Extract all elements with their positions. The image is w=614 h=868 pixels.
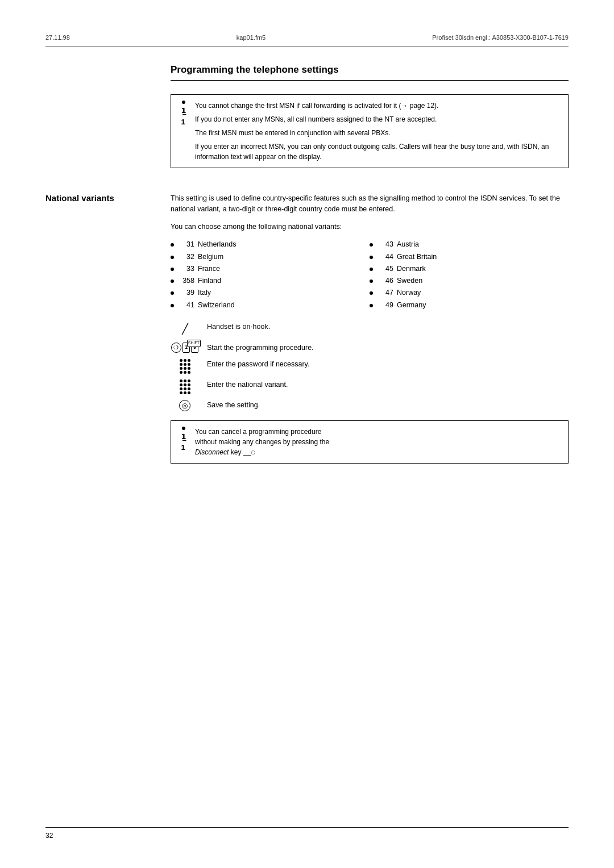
note-content-1: You cannot change the first MSN if call …: [195, 101, 561, 162]
disconnect-symbol: ⎯⎯◯: [243, 449, 255, 456]
key-combo-icon-container: ❍ 1 9 SHIFT: [171, 343, 199, 353]
variant-item-right: 47 Norway: [370, 287, 569, 299]
keypad-icon-container-1: [171, 359, 199, 374]
header-file: kap01.fm5: [237, 34, 265, 41]
footer: 32: [45, 827, 569, 840]
variant-item-left: 31 Netherlands: [171, 239, 370, 251]
title-rule: [171, 80, 569, 81]
header-date: 27.11.98: [45, 34, 70, 41]
note-box-1: 1̲1 You cannot change the first MSN if c…: [171, 94, 569, 168]
variant-name: Belgium: [198, 251, 370, 263]
variants-col-left: 31 Netherlands 32 Belgium 33 France 358 …: [171, 239, 370, 311]
right-col-title: Programming the telephone settings: [171, 64, 569, 94]
note-num: 1̲1: [181, 105, 186, 127]
note-line-4: If you enter an incorrect MSN, you can o…: [195, 141, 561, 162]
note-icon-1: 1̲1: [178, 101, 189, 162]
bullet-dot: [370, 291, 373, 295]
variant-item-left: 32 Belgium: [171, 251, 370, 263]
variant-item-right: 43 Austria: [370, 239, 569, 251]
variant-code: 47: [376, 287, 393, 299]
bullet-dot: [171, 256, 174, 259]
step-keypad-text-1: Enter the password if necessary.: [207, 359, 309, 370]
variant-item-left: 33 France: [171, 263, 370, 275]
keypad-icon-2: [180, 379, 190, 394]
title-section: Programming the telephone settings: [45, 64, 569, 94]
note-dot: [182, 101, 185, 104]
step-save: ◎ Save the setting.: [171, 400, 569, 411]
variants-list: 31 Netherlands 32 Belgium 33 France 358 …: [171, 239, 569, 311]
body-text-2: You can choose among the following natio…: [171, 222, 569, 232]
bullet-dot: [370, 304, 373, 307]
note-line-2: If you do not enter any MSNs, all call n…: [195, 114, 561, 124]
note-content-2: You can cancel a programming procedure w…: [195, 427, 329, 457]
step-key-combo: ❍ 1 9 SHIFT Start the programming proced…: [171, 343, 569, 353]
handset-icon: ╲: [182, 322, 188, 337]
variant-name: Netherlands: [198, 239, 370, 251]
left-col-note1: [45, 94, 171, 180]
menu-key: ❍: [171, 343, 181, 353]
variant-code: 39: [177, 287, 194, 299]
bullet-dot: [171, 243, 174, 247]
keypad-icon-container-2: [171, 379, 199, 394]
bullet-dot: [171, 304, 174, 307]
variant-code: 358: [177, 275, 194, 287]
bullet-dot: [171, 279, 174, 283]
national-variants-section: National variants This setting is used t…: [45, 193, 569, 475]
step-handset: ╲ Handset is on-hook.: [171, 322, 569, 337]
variant-code: 31: [177, 239, 194, 251]
bullet-dot: [171, 291, 174, 295]
variant-code: 41: [177, 299, 194, 311]
note-icon-2: 1̲1: [178, 427, 189, 457]
bullet-dot: [370, 243, 373, 247]
page: 27.11.98 kap01.fm5 Profiset 30isdn engl.…: [0, 0, 614, 868]
variant-code: 49: [376, 299, 393, 311]
shift-label: SHIFT: [187, 340, 201, 347]
variant-item-right: 46 Sweden: [370, 275, 569, 287]
left-col-title: [45, 64, 171, 94]
step-handset-text: Handset is on-hook.: [207, 322, 270, 332]
variant-item-left: 358 Finland: [171, 275, 370, 287]
section-heading: National variants: [45, 193, 159, 203]
variant-item-left: 39 Italy: [171, 287, 370, 299]
save-icon-container: ◎: [171, 400, 199, 411]
variants-col-right: 43 Austria 44 Great Britain 45 Denmark 4…: [370, 239, 569, 311]
variant-code: 45: [376, 263, 393, 275]
variant-name: Italy: [198, 287, 370, 299]
variant-name: France: [198, 263, 370, 275]
note-num-2: 1̲1: [181, 431, 186, 453]
left-col-national: National variants: [45, 193, 171, 475]
bullet-dot: [370, 256, 373, 259]
steps-area: ╲ Handset is on-hook. ❍ 1 9 SHIFT: [171, 322, 569, 411]
step-keypad-2: Enter the national variant.: [171, 379, 569, 394]
keypad-icon-1: [180, 359, 190, 374]
variant-item-right: 44 Great Britain: [370, 251, 569, 263]
bullet-dot: [370, 268, 373, 271]
variant-code: 44: [376, 251, 393, 263]
step-keypad-1: Enter the password if necessary.: [171, 359, 569, 374]
variant-code: 46: [376, 275, 393, 287]
key-combo-icon: ❍ 1 9 SHIFT: [171, 343, 198, 353]
variant-code: 32: [177, 251, 194, 263]
step-save-text: Save the setting.: [207, 400, 260, 411]
variant-item-left: 41 Switzerland: [171, 299, 370, 311]
body-text-1: This setting is used to define country-s…: [171, 193, 569, 215]
note-line-3: The first MSN must be entered in conjunc…: [195, 128, 561, 138]
variant-code: 43: [376, 239, 393, 251]
header-rule: [45, 47, 569, 47]
variant-name: Austria: [397, 239, 569, 251]
variant-name: Denmark: [397, 263, 569, 275]
header-product: Profiset 30isdn engl.: A30853-X300-B107-…: [432, 34, 569, 41]
variant-name: Germany: [397, 299, 569, 311]
variant-name: Finland: [198, 275, 370, 287]
variant-name: Sweden: [397, 275, 569, 287]
header: 27.11.98 kap01.fm5 Profiset 30isdn engl.…: [45, 34, 569, 43]
footer-page-number: 32: [45, 832, 53, 840]
variant-name: Switzerland: [198, 299, 370, 311]
right-col-national: This setting is used to define country-s…: [171, 193, 569, 475]
variant-name: Great Britain: [397, 251, 569, 263]
right-col-note1: 1̲1 You cannot change the first MSN if c…: [171, 94, 569, 180]
step-key-text: Start the programming procedure.: [207, 343, 314, 353]
variant-item-right: 45 Denmark: [370, 263, 569, 275]
footer-rule: [45, 827, 569, 828]
num-key-9-container: 9 SHIFT: [191, 343, 198, 353]
